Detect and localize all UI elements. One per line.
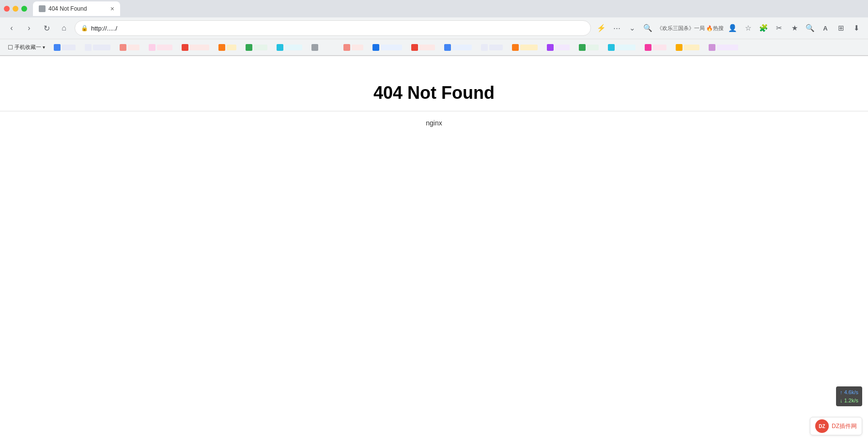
bookmark-favicon-icon xyxy=(246,44,252,51)
bookmark-item[interactable] xyxy=(145,43,176,52)
magnify-button[interactable]: 🔍 xyxy=(803,21,817,35)
bookmark-item[interactable] xyxy=(672,43,703,52)
bookmark-favicon-icon xyxy=(182,44,188,51)
download-speed: ↓ 1.2k/s xyxy=(840,397,858,405)
bookmark-favicon-icon xyxy=(311,44,318,51)
bookmark-favicon-icon xyxy=(547,44,554,51)
tab-title: 404 Not Found xyxy=(48,5,108,12)
bookmark-item[interactable] xyxy=(116,43,143,52)
dz-watermark: DZ DZ插件网 xyxy=(810,417,862,435)
bookmark-favicon-icon xyxy=(481,44,488,51)
star-button[interactable]: ★ xyxy=(788,21,801,35)
search-hint-text: 《欢乐三国杀》一局 🔥热搜 xyxy=(657,25,724,32)
bookmarks-bar: ☐ 手机收藏一 ▾ xyxy=(0,39,868,55)
browser-tab[interactable]: 404 Not Found × xyxy=(33,1,120,16)
secure-icon: 🔒 xyxy=(81,25,88,31)
checkbox-icon: ☐ xyxy=(8,44,13,51)
browser-chrome: 404 Not Found × ‹ › ↻ ⌂ 🔒 http://...../ … xyxy=(0,0,868,56)
bookmark-item[interactable] xyxy=(178,43,213,52)
url-text: http://...../ xyxy=(91,25,585,32)
error-subtitle: nginx xyxy=(426,119,442,127)
bookmark-item[interactable] xyxy=(543,43,574,52)
error-divider xyxy=(0,111,868,111)
bookmark-item[interactable] xyxy=(575,43,603,52)
window-controls xyxy=(4,6,27,12)
bookmark-item[interactable] xyxy=(81,43,114,52)
more-menu-button[interactable]: ⋯ xyxy=(610,21,624,35)
bookmarks-list xyxy=(50,43,864,52)
back-button[interactable]: ‹ xyxy=(5,21,18,35)
bookmark-favicon-icon xyxy=(608,44,615,51)
bookmark-favicon-icon xyxy=(645,44,651,51)
bookmark-favicon-icon xyxy=(512,44,519,51)
bookmark-favicon-icon xyxy=(343,44,350,51)
toolbar-icons: ⚡ ⋯ ⌄ 🔍 《欢乐三国杀》一局 🔥热搜 👤 ☆ 🧩 ✂ ★ 🔍 A ⊞ ⬇ xyxy=(595,21,863,35)
bookmark-item[interactable] xyxy=(705,43,742,52)
grid-button[interactable]: ⊞ xyxy=(834,21,848,35)
dz-watermark-label: DZ插件网 xyxy=(832,422,857,430)
network-speed-overlay: ↑ 4.6k/s ↓ 1.2k/s xyxy=(836,386,862,406)
bookmark-item[interactable] xyxy=(604,43,639,52)
bookmark-favicon-icon xyxy=(85,44,92,51)
fullscreen-window-button[interactable] xyxy=(21,6,27,12)
bookmark-favicon-icon xyxy=(372,44,379,51)
bookmark-item[interactable] xyxy=(477,43,507,52)
bookmarks-folder-label: 手机收藏一 xyxy=(15,44,41,51)
bookmark-item[interactable] xyxy=(308,43,338,52)
dropdown-button[interactable]: ⌄ xyxy=(626,21,639,35)
minimize-window-button[interactable] xyxy=(13,6,18,12)
bookmark-favicon-icon xyxy=(676,44,682,51)
puzzle-extensions-button[interactable]: 🧩 xyxy=(757,21,770,35)
extensions-button[interactable]: ⚡ xyxy=(595,21,608,35)
address-bar[interactable]: 🔒 http://...../ xyxy=(75,20,591,36)
translate-button[interactable]: A xyxy=(819,21,832,35)
bookmark-favicon-icon xyxy=(54,44,61,51)
page-content: 404 Not Found nginx xyxy=(0,56,868,434)
bookmark-item[interactable] xyxy=(242,43,271,52)
bookmark-favicon-icon xyxy=(411,44,418,51)
bookmark-item[interactable] xyxy=(273,43,306,52)
upload-speed: ↑ 4.6k/s xyxy=(840,388,858,397)
bookmark-item[interactable] xyxy=(340,43,367,52)
bookmark-favicon-icon xyxy=(579,44,586,51)
bookmark-favicon-icon xyxy=(120,44,126,51)
bookmark-item[interactable] xyxy=(50,43,79,52)
bookmark-item[interactable] xyxy=(407,43,439,52)
bookmark-item[interactable] xyxy=(440,43,476,52)
bookmark-star-button[interactable]: ☆ xyxy=(741,21,755,35)
scissors-button[interactable]: ✂ xyxy=(772,21,786,35)
search-bar-button[interactable]: 🔍 xyxy=(641,21,655,35)
bookmark-item[interactable] xyxy=(369,43,406,52)
home-button[interactable]: ⌂ xyxy=(57,21,71,35)
tab-bar: 404 Not Found × xyxy=(0,0,868,17)
bookmark-item[interactable] xyxy=(215,43,240,52)
error-title: 404 Not Found xyxy=(373,83,495,103)
bookmark-item[interactable] xyxy=(641,43,670,52)
profile-button[interactable]: 👤 xyxy=(726,21,739,35)
bookmark-item[interactable] xyxy=(508,43,542,52)
bookmark-favicon-icon xyxy=(444,44,451,51)
dz-logo-icon: DZ xyxy=(815,419,829,433)
reload-button[interactable]: ↻ xyxy=(40,21,53,35)
forward-button[interactable]: › xyxy=(22,21,36,35)
tab-close-icon[interactable]: × xyxy=(110,5,114,13)
bookmark-favicon-icon xyxy=(709,44,715,51)
bookmark-favicon-icon xyxy=(218,44,225,51)
download-button[interactable]: ⬇ xyxy=(850,21,863,35)
tab-favicon-icon xyxy=(39,5,46,12)
chevron-down-icon: ▾ xyxy=(43,45,45,50)
bookmarks-folder-button[interactable]: ☐ 手机收藏一 ▾ xyxy=(4,42,49,52)
bookmark-favicon-icon xyxy=(277,44,283,51)
address-bar-row: ‹ › ↻ ⌂ 🔒 http://...../ ⚡ ⋯ ⌄ 🔍 《欢乐三国杀》一… xyxy=(0,17,868,39)
close-window-button[interactable] xyxy=(4,6,10,12)
bookmark-favicon-icon xyxy=(149,44,155,51)
